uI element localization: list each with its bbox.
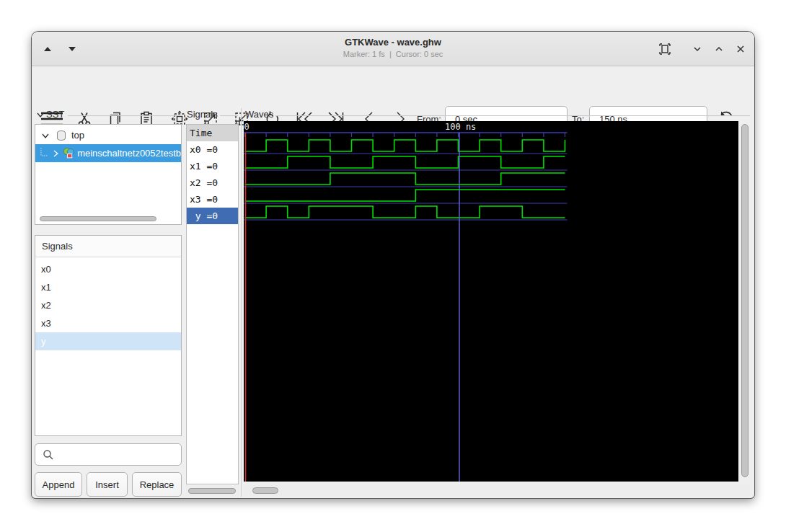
tree-row-top[interactable]: top — [35, 126, 181, 144]
title-block: GTKWave - wave.ghw Marker: 1 fs | Cursor… — [32, 37, 754, 58]
signal-table-frameline — [220, 115, 238, 116]
expander-down-icon — [41, 131, 50, 140]
list-item-label: y — [41, 336, 46, 347]
minimize-button[interactable] — [689, 40, 706, 58]
sst-frameline — [68, 115, 182, 116]
wave-canvas[interactable]: 0100 ns — [244, 121, 738, 482]
waves-frameline — [275, 115, 750, 116]
append-button[interactable]: Append — [35, 472, 82, 497]
waveform-svg: 0100 ns — [244, 121, 738, 482]
tree-connector-icon — [40, 148, 50, 159]
replace-button[interactable]: Replace — [132, 472, 182, 497]
chevron-up-icon — [712, 42, 726, 56]
time-header: Time — [187, 125, 238, 141]
fullscreen-icon — [657, 41, 673, 57]
list-item-label: x3 — [41, 318, 51, 329]
list-item-x1[interactable]: x1 — [35, 278, 181, 296]
list-item-y[interactable]: y — [35, 332, 181, 350]
table-row-y[interactable]: y =0 — [187, 208, 238, 224]
maximize-button[interactable] — [710, 40, 728, 58]
wave-x1 — [245, 156, 565, 168]
expander-right-icon[interactable] — [51, 149, 60, 158]
insert-button[interactable]: Insert — [87, 472, 128, 497]
close-button[interactable] — [732, 40, 749, 58]
close-icon — [733, 42, 748, 56]
chevron-down-icon — [690, 42, 705, 56]
wave-x2 — [245, 173, 565, 185]
list-item-x0[interactable]: x0 — [35, 260, 181, 278]
module-icon — [63, 147, 75, 159]
svg-text:0: 0 — [244, 122, 250, 132]
sst-expander-icon[interactable] — [36, 110, 45, 119]
fullscreen-button[interactable] — [656, 40, 674, 58]
svg-text:100 ns: 100 ns — [445, 122, 476, 132]
waves-hscrollbar[interactable] — [244, 484, 750, 497]
waves-vscrollbar-thumb[interactable] — [741, 124, 749, 477]
list-item-label: x0 — [41, 264, 51, 275]
titlebar: GTKWave - wave.ghw Marker: 1 fs | Cursor… — [32, 32, 754, 66]
wave-x0 — [245, 140, 565, 151]
tree-row-module[interactable]: meinschaltnetz0052testb — [35, 144, 181, 162]
search-icon — [43, 449, 54, 461]
signal-table-label: Signals — [187, 109, 218, 120]
tree-row-label: top — [71, 130, 84, 141]
wave-y — [245, 206, 565, 218]
sst-hscrollbar-thumb[interactable] — [40, 216, 156, 221]
panel-splitter[interactable] — [241, 108, 242, 497]
sst-label: SST — [46, 109, 64, 120]
window-title: GTKWave - wave.ghw — [32, 37, 754, 48]
wave-x3 — [245, 190, 565, 201]
waves-vscrollbar[interactable] — [740, 121, 750, 482]
list-item-label: x2 — [41, 300, 51, 311]
window-subtitle: Marker: 1 fs | Cursor: 0 sec — [32, 50, 754, 58]
waves-hscrollbar-thumb[interactable] — [252, 487, 278, 494]
sst-tree-panel: top meinschaltnetz0052testb — [35, 124, 182, 225]
table-row-x2[interactable]: x2 =0 — [187, 174, 238, 191]
waves-label: Waves — [245, 109, 273, 120]
table-row-x3[interactable]: x3 =0 — [187, 191, 238, 208]
list-item-x3[interactable]: x3 — [35, 314, 181, 332]
table-row-x1[interactable]: x1 =0 — [187, 158, 238, 174]
signal-table-panel: Time x0 =0 x1 =0 x2 =0 x3 =0 y =0 — [186, 124, 239, 484]
signal-table-hscrollbar-thumb[interactable] — [188, 488, 236, 494]
table-row-x0[interactable]: x0 =0 — [187, 141, 238, 158]
signal-search-input[interactable] — [35, 443, 182, 466]
signals-list-panel: Signals x0 x1 x2 x3 y — [35, 235, 182, 436]
list-item-label: x1 — [41, 282, 51, 293]
signal-table-hscrollbar[interactable] — [186, 486, 239, 497]
list-item-x2[interactable]: x2 — [35, 296, 181, 314]
database-icon — [56, 130, 67, 141]
tree-row-label: meinschaltnetz0052testb — [77, 148, 181, 159]
signals-list-header: Signals — [35, 236, 181, 257]
